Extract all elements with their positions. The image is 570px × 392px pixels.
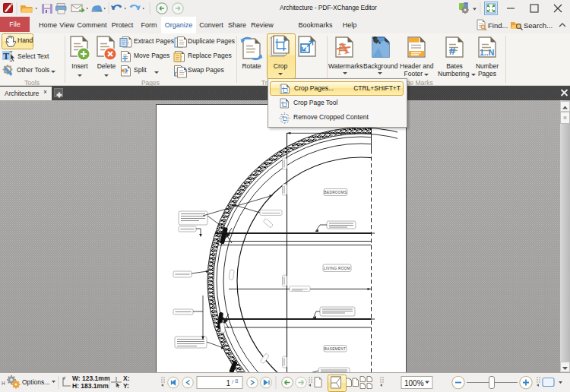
svg-text:8: 8 — [235, 378, 239, 384]
svg-text:#: # — [449, 44, 456, 57]
svg-text:Search...: Search... — [524, 21, 553, 30]
svg-text:BEDROOMS: BEDROOMS — [325, 191, 347, 194]
svg-text:LIVING ROOM: LIVING ROOM — [324, 267, 350, 270]
svg-text:100%: 100% — [404, 379, 424, 387]
svg-text:1: 1 — [226, 379, 230, 387]
svg-text:T: T — [3, 51, 9, 62]
svg-text:BASEMENT: BASEMENT — [325, 347, 346, 351]
svg-text:1..N: 1..N — [480, 48, 494, 57]
svg-text:Find...: Find... — [488, 21, 508, 30]
